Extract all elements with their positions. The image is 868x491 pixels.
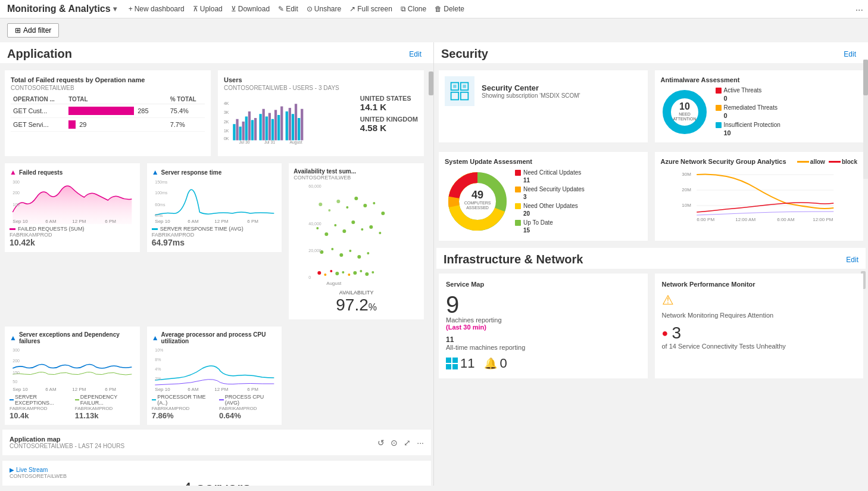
security-edit-btn[interactable]: Edit <box>844 50 856 58</box>
svg-point-76 <box>372 271 374 274</box>
add-filter-button[interactable]: ⊞ Add filter <box>7 23 59 38</box>
infrastructure-header: Infrastructure & Network Edit <box>436 248 866 269</box>
svg-point-75 <box>366 272 369 276</box>
app-map-card: Application map CONTOSORETAILWEB - LAST … <box>2 430 431 455</box>
app-map-expand-icon[interactable]: ⤢ <box>404 438 411 448</box>
svg-text:Sep 10: Sep 10 <box>13 219 28 224</box>
svg-point-65 <box>358 255 361 259</box>
svg-text:150: 150 <box>13 371 20 375</box>
bar-1 <box>68 107 134 115</box>
bar-2 <box>68 120 76 129</box>
infrastructure-edit-btn[interactable]: Edit <box>846 256 858 264</box>
svg-text:6:00 AM: 6:00 AM <box>777 217 795 222</box>
svg-text:3K: 3K <box>224 110 229 114</box>
svg-rect-5 <box>233 124 235 140</box>
security-title: Security <box>441 47 488 61</box>
svg-rect-131 <box>452 364 458 369</box>
col-total: TOTAL <box>66 95 167 104</box>
svg-text:12 PM: 12 PM <box>214 387 228 392</box>
svg-text:Sep 10: Sep 10 <box>155 387 170 392</box>
failed-requests-table-card: Total of Failed requests by Operation na… <box>5 70 211 156</box>
application-header: Application ··· Edit <box>0 42 433 63</box>
svg-point-68 <box>324 274 327 276</box>
svg-text:6 PM: 6 PM <box>247 387 258 392</box>
svg-rect-22 <box>289 108 291 140</box>
svg-text:Jul 30: Jul 30 <box>239 140 249 144</box>
svg-rect-25 <box>298 118 300 140</box>
svg-point-67 <box>318 271 321 275</box>
svg-text:4K: 4K <box>224 101 229 105</box>
app-map-stop-icon[interactable]: ⊙ <box>391 438 398 448</box>
unshare-btn[interactable]: ⊙ Unshare <box>307 5 341 13</box>
main-content: Application ··· Edit Total of Failed req… <box>0 42 868 486</box>
svg-rect-16 <box>268 113 271 141</box>
svg-point-57 <box>352 220 355 224</box>
svg-rect-9 <box>245 117 248 141</box>
dashboard-title: Monitoring & Analytics ▾ <box>7 4 117 14</box>
svg-text:6 PM: 6 PM <box>247 219 258 224</box>
svg-text:60,000: 60,000 <box>309 184 322 188</box>
svg-text:40,000: 40,000 <box>309 222 322 226</box>
svg-rect-15 <box>266 117 268 141</box>
svg-text:30M: 30M <box>682 172 691 177</box>
svg-point-47 <box>337 200 341 203</box>
svg-point-56 <box>343 229 346 233</box>
svg-rect-21 <box>286 111 288 140</box>
availability-card: Availability test sum... CONTOSORETAILWE… <box>289 163 424 319</box>
nsg-analytics-card: Azure Network Security Group Analytics a… <box>655 152 864 241</box>
svg-rect-6 <box>236 119 238 141</box>
svg-point-46 <box>329 209 331 212</box>
svg-point-54 <box>325 232 329 236</box>
svg-point-70 <box>336 272 339 275</box>
edit-btn[interactable]: ✎ Edit <box>278 5 298 13</box>
svg-rect-24 <box>295 104 297 140</box>
title-chevron-icon[interactable]: ▾ <box>113 5 117 13</box>
svg-point-52 <box>382 212 385 215</box>
svg-point-72 <box>348 274 351 276</box>
svg-text:10M: 10M <box>682 203 691 208</box>
nsg-chart-svg: 30M 20M 10M 6:00 PM 12:00 AM <box>661 167 858 233</box>
svg-point-51 <box>373 202 376 204</box>
clone-btn[interactable]: ⧉ Clone <box>401 5 426 13</box>
security-center-icon <box>445 76 474 106</box>
app-map-refresh-icon[interactable]: ↺ <box>377 438 385 448</box>
download-btn[interactable]: ⊻ Download <box>231 5 270 13</box>
svg-text:6 AM: 6 AM <box>45 219 57 224</box>
app-map-more-icon[interactable]: ··· <box>417 438 424 448</box>
svg-text:300: 300 <box>13 348 20 352</box>
svg-text:1K: 1K <box>224 129 229 133</box>
new-dashboard-btn[interactable]: + New dashboard <box>129 5 185 13</box>
svg-text:Sep 10: Sep 10 <box>155 219 170 224</box>
delete-btn[interactable]: 🗑 Delete <box>435 5 464 13</box>
upload-btn[interactable]: ⊼ Upload <box>193 5 223 13</box>
svg-rect-100 <box>451 92 459 100</box>
bell-icon: 🔔 <box>484 357 497 370</box>
server-response-card: ▲ Server response time Sep 10 6 AM 12 PM… <box>147 163 282 252</box>
svg-point-69 <box>330 270 333 272</box>
table-row: GET Servi... 29 7.7% <box>11 118 205 132</box>
application-title: Application <box>7 47 72 61</box>
antimalware-card: Antimalware Assessment 10 NEED ATTENTION <box>655 70 864 142</box>
svg-text:6 PM: 6 PM <box>105 219 116 224</box>
svg-rect-12 <box>254 118 257 140</box>
svg-rect-23 <box>292 114 294 140</box>
failed-requests-title: Total of Failed requests by Operation na… <box>11 76 205 83</box>
svg-rect-128 <box>446 358 451 363</box>
svg-text:4%: 4% <box>155 367 161 371</box>
application-edit-btn[interactable]: Edit <box>409 50 421 58</box>
svg-point-58 <box>361 228 364 231</box>
exceptions-svg: Sep 10 6 AM 12 PM 6 PM 300 200 150 50 <box>10 344 135 392</box>
users-chart-svg: 4K 3K 2K 1K 0K <box>224 95 355 148</box>
top-bar: Monitoring & Analytics ▾ + New dashboard… <box>0 0 868 42</box>
svg-rect-102 <box>453 85 456 88</box>
svg-rect-18 <box>274 110 277 140</box>
svg-point-59 <box>370 225 373 229</box>
fullscreen-btn[interactable]: ↗ Full screen <box>349 5 392 13</box>
svg-text:August: August <box>289 140 302 145</box>
system-update-card: System Update Assessment <box>439 152 648 241</box>
svg-text:8%: 8% <box>155 358 161 362</box>
svg-text:6 AM: 6 AM <box>45 387 57 392</box>
svg-text:200: 200 <box>13 191 20 195</box>
cpu-svg: Sep 10 6 AM 12 PM 6 PM 10% 8% 4% 2% <box>152 344 277 392</box>
svg-text:150ms: 150ms <box>155 180 168 184</box>
